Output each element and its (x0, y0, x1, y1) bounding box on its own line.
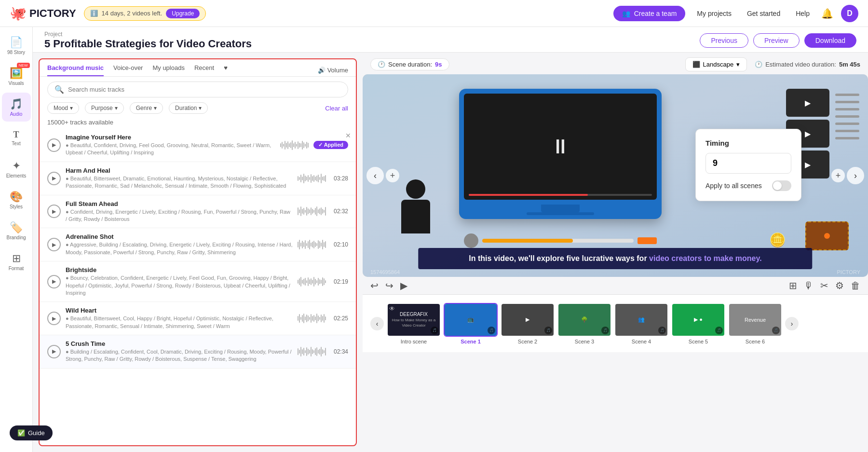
sidebar-item-text[interactable]: T Text (2, 123, 31, 152)
track-info: Adrenaline Shot ● Aggressive, Building /… (66, 233, 293, 256)
play-button[interactable]: ▶ (47, 172, 61, 185)
track-duration: 02:34 (331, 348, 348, 355)
undo-button[interactable]: ↩ (370, 280, 379, 291)
prev-scene-arrow[interactable]: ‹ (366, 167, 384, 184)
waveform (298, 314, 326, 323)
scene-img-1[interactable]: 📺 🎵 (444, 303, 498, 337)
my-projects-link[interactable]: My projects (693, 8, 735, 19)
cut-icon[interactable]: ✂ (820, 280, 828, 291)
filter-duration[interactable]: Duration ▾ (169, 102, 208, 114)
search-bar: 🔍 (47, 82, 348, 97)
track-tags: ● Building / Escalating, Confident, Cool… (66, 348, 293, 363)
sidebar-label-branding: Branding (6, 235, 26, 240)
avatar[interactable]: D (841, 5, 858, 22)
scene-img-4[interactable]: 👥 🎵 (614, 303, 668, 337)
sidebar-item-elements[interactable]: ✦ Elements (2, 154, 31, 183)
create-team-button[interactable]: 👥 Create a team (613, 6, 686, 21)
filter-mood[interactable]: Mood ▾ (47, 102, 79, 114)
sidebar-item-styles[interactable]: 🎨 Styles (2, 185, 31, 214)
sidebar-item-format[interactable]: ⊞ Format (2, 247, 31, 276)
filter-row: Mood ▾ Purpose ▾ Genre ▾ Duration ▾ (40, 102, 356, 118)
trial-message: 14 days, 2 videos left. (102, 10, 163, 17)
track-tags: ● Beautiful, Bittersweet, Cool, Happy / … (66, 315, 293, 330)
tab-recent[interactable]: Recent (194, 64, 214, 76)
apply-row: Apply to all scenes (705, 180, 791, 191)
next-scene-arrow[interactable]: › (847, 167, 864, 184)
sidebar-item-story[interactable]: 📄 98 Story (2, 31, 31, 60)
apply-toggle[interactable] (772, 180, 791, 191)
tab-background-music[interactable]: Background music (47, 64, 104, 76)
scene-img-3[interactable]: 🌳 🎵 (557, 303, 611, 337)
play-button[interactable]: ▶ (47, 275, 61, 288)
left-sidebar: 📄 98 Story NEW 🖼️ Visuals 🎵 Audio T Text… (0, 27, 33, 452)
redo-button[interactable]: ↪ (385, 280, 393, 291)
sidebar-item-visuals[interactable]: NEW 🖼️ Visuals (2, 62, 31, 91)
layout-icon[interactable]: ⊞ (789, 280, 797, 291)
scene-img-2[interactable]: ▶ 🎵 (501, 303, 555, 337)
sidebar-label-text: Text (12, 141, 20, 146)
filter-genre[interactable]: Genre ▾ (130, 102, 163, 114)
track-tags: ● Beautiful, Confident, Driving, Feel Go… (66, 142, 275, 157)
clear-all-button[interactable]: Clear all (325, 105, 348, 112)
search-input[interactable] (68, 86, 341, 93)
previous-button[interactable]: Previous (700, 33, 748, 48)
track-name: Brightside (66, 266, 293, 274)
landscape-label: Landscape (703, 61, 734, 68)
track-name: Imagine Yourself Here (66, 134, 275, 141)
play-button[interactable]: ▶ (47, 138, 61, 152)
logo[interactable]: 🐙 PICTORY (10, 5, 76, 21)
preview-button[interactable]: Preview (753, 33, 800, 48)
bell-icon[interactable]: 🔔 (821, 8, 833, 19)
help-link[interactable]: Help (792, 8, 814, 19)
visuals-icon: 🖼️ (10, 67, 23, 80)
timing-popup: Timing Apply to all scenes (695, 129, 801, 201)
track-info: Brightside ● Bouncy, Celebration, Confid… (66, 266, 293, 297)
play-button[interactable]: ▶ (47, 238, 61, 251)
track-duration: 02:32 (331, 208, 348, 215)
timeline-prev[interactable]: ‹ (370, 317, 384, 330)
add-scene-right[interactable]: + (831, 169, 845, 182)
scene-label-3: Scene 3 (575, 339, 594, 344)
track-duration: 02:10 (331, 241, 348, 248)
tab-favorites[interactable]: ♥ (224, 64, 228, 76)
download-button[interactable]: Download (804, 33, 856, 48)
delete-icon[interactable]: 🗑 (851, 280, 860, 291)
settings-icon[interactable]: ⚙ (835, 280, 844, 291)
volume-button[interactable]: 🔊 Volume (318, 67, 348, 74)
track-item: ▶ 5 Crush Time ● Building / Escalating, … (40, 335, 356, 369)
scene-thumb: 📺 🎵 Scene 1 (444, 303, 498, 344)
timeline-next[interactable]: › (785, 317, 799, 330)
tab-voice-over[interactable]: Voice-over (113, 64, 143, 76)
upgrade-button[interactable]: Upgrade (166, 9, 200, 18)
tab-my-uploads[interactable]: My uploads (152, 64, 184, 76)
add-scene-left[interactable]: + (386, 169, 399, 182)
eye-icon: 👁 (389, 305, 395, 312)
landscape-selector[interactable]: ⬛ Landscape ▾ (685, 57, 747, 71)
track-tags: ● Confident, Driving, Energetic / Lively… (66, 208, 293, 223)
play-button[interactable]: ▶ (400, 280, 407, 291)
close-icon[interactable]: ✕ (345, 132, 351, 139)
preview-controls-row: 🕐 Scene duration: 9s ⬛ Landscape ▾ 🕐 Est… (363, 53, 868, 74)
play-button[interactable]: ▶ (47, 205, 61, 218)
mic-icon[interactable]: 🎙 (804, 280, 814, 291)
track-info: 5 Crush Time ● Building / Escalating, Co… (66, 340, 293, 363)
info-icon: ℹ️ (90, 10, 98, 17)
sidebar-label-elements: Elements (6, 173, 27, 178)
get-started-link[interactable]: Get started (743, 8, 784, 19)
guide-button[interactable]: ✅ Guide (10, 425, 53, 440)
controls-bar: ↩ ↪ ▶ ⊞ 🎙 ✂ ⚙ 🗑 (363, 277, 868, 294)
filter-purpose[interactable]: Purpose ▾ (85, 102, 124, 114)
toggle-thumb (773, 181, 782, 190)
text-icon: T (13, 130, 19, 140)
scene-img-intro[interactable]: DEEGRAFIXHow to Make Money as a Video Cr… (387, 303, 441, 337)
logo-icon: 🐙 (10, 5, 27, 21)
play-button[interactable]: ▶ (47, 345, 61, 358)
play-button[interactable]: ▶ (47, 312, 61, 325)
sidebar-item-branding[interactable]: 🏷️ Branding (2, 216, 31, 245)
track-name: Harm And Heal (66, 167, 293, 174)
scene-img-5[interactable]: ▶ ● 🎵 (671, 303, 725, 337)
scene-img-6[interactable]: Revenue 🎵 (728, 303, 782, 337)
timing-input[interactable] (705, 153, 791, 174)
sidebar-item-audio[interactable]: 🎵 Audio (2, 93, 31, 122)
audio-icon: 🎵 (10, 98, 23, 110)
